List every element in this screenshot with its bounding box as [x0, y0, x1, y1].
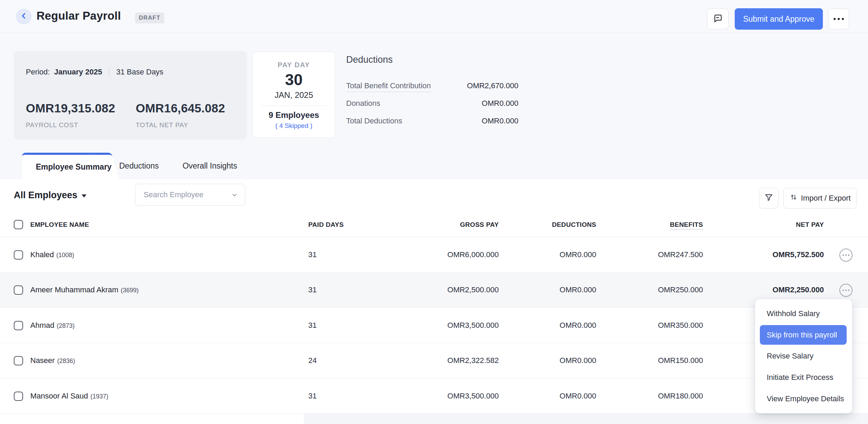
tab-deductions[interactable]: Deductions — [119, 153, 159, 179]
employee-filter-label: All Employees — [14, 190, 78, 200]
total-benefit-contribution-value: OMR2,670.000 — [467, 81, 518, 90]
import-export-button[interactable]: Import / Export — [783, 188, 857, 209]
benefits-header-tooltip-trigger[interactable]: BENEFITS — [670, 221, 703, 230]
benefits-cell: OMR150.000 — [627, 343, 703, 378]
payday-card: PAY DAY 30 JAN, 2025 9 Employees ( 4 Ski… — [252, 52, 335, 138]
employee-id: (2836) — [57, 357, 75, 364]
employee-name: Ameer Muhammad Akram — [30, 285, 118, 294]
benefits-cell: OMR250.000 — [627, 272, 703, 307]
funnel-icon — [764, 193, 774, 204]
table-row[interactable]: Naseer(2836) 24 OMR2,322.582 OMR0.000 OM… — [0, 343, 868, 378]
chevron-down-icon — [231, 192, 238, 200]
deductions-panel-title: Deductions — [346, 54, 518, 65]
submit-and-approve-button[interactable]: Submit and Approve — [735, 8, 823, 30]
row-checkbox[interactable] — [14, 250, 23, 260]
search-employee-select[interactable] — [135, 184, 245, 206]
total-net-pay-value: OMR16,645.082 — [136, 101, 225, 115]
total-deductions-label: Total Deductions — [346, 117, 402, 125]
payday-label: PAY DAY — [253, 61, 335, 69]
gross-pay-cell: OMR6,000.000 — [423, 237, 499, 272]
table-row[interactable]: Ahmad(2873) 31 OMR3,500.000 OMR0.000 OMR… — [0, 308, 868, 343]
row-actions-button[interactable] — [839, 284, 852, 297]
payday-employee-count: 9 Employees — [253, 110, 335, 120]
column-header-benefits: BENEFITS — [627, 212, 703, 237]
paid-days-cell: 24 — [308, 343, 317, 378]
more-actions-button[interactable] — [828, 9, 849, 29]
payroll-cost-label: PAYROLL COST — [26, 121, 115, 129]
column-header-employee-name: EMPLOYEE NAME — [30, 212, 89, 237]
select-all-checkbox[interactable] — [14, 220, 23, 229]
payday-month-year: JAN, 2025 — [253, 90, 335, 100]
net-pay-cell: OMR5,752.500 — [748, 237, 824, 272]
column-header-deductions: DEDUCTIONS — [520, 212, 596, 237]
gross-pay-cell: OMR3,500.000 — [423, 308, 499, 343]
paid-days-cell: 31 — [308, 272, 317, 307]
arrows-up-down-icon — [789, 193, 801, 204]
table-header-row: EMPLOYEE NAME PAID DAYS GROSS PAY DEDUCT… — [0, 212, 868, 237]
row-checkbox[interactable] — [14, 285, 23, 295]
total-deductions-value: OMR0.000 — [482, 117, 518, 125]
base-days: 31 Base Days — [116, 68, 163, 76]
row-checkbox[interactable] — [14, 321, 23, 330]
employee-filter-dropdown[interactable]: All Employees — [14, 190, 86, 201]
menu-item-view-employee-details[interactable]: View Employee Details — [755, 389, 852, 408]
skipped-employees-link[interactable]: ( 4 Skipped ) — [253, 122, 335, 130]
total-benefit-contribution-label[interactable]: Total Benefit Contribution — [346, 81, 431, 92]
employee-name: Khaled — [30, 250, 54, 259]
paid-days-cell: 31 — [308, 378, 317, 413]
gross-pay-cell: OMR2,322.582 — [423, 343, 499, 378]
column-header-gross-pay: GROSS PAY — [423, 212, 499, 237]
deduction-row: Total Deductions OMR0.000 — [346, 112, 518, 129]
row-checkbox[interactable] — [14, 356, 23, 365]
deduction-row: Total Benefit Contribution OMR2,670.000 — [346, 77, 518, 94]
deductions-panel: Deductions Total Benefit Contribution OM… — [346, 54, 518, 65]
status-badge: DRAFT — [135, 12, 164, 23]
back-button[interactable] — [16, 9, 32, 24]
deductions-cell: OMR0.000 — [520, 272, 596, 307]
payroll-page: Regular Payroll DRAFT Submit and Approve… — [0, 0, 868, 424]
menu-item-withhold-salary[interactable]: Withhold Salary — [755, 304, 852, 323]
tab-label: Employee Summary — [36, 155, 112, 179]
comments-button[interactable] — [707, 9, 728, 29]
payroll-cost-value: OMR19,315.082 — [26, 101, 115, 115]
total-net-pay-block: OMR16,645.082 TOTAL NET PAY — [136, 101, 225, 129]
benefits-cell: OMR350.000 — [627, 308, 703, 343]
table-row[interactable]: Ameer Muhammad Akram(3699) 31 OMR2,500.0… — [0, 272, 868, 308]
table-row[interactable]: Mansoor Al Saud(1937) 31 OMR3,500.000 OM… — [0, 378, 868, 414]
menu-item-skip-from-payroll[interactable]: Skip from this payroll — [760, 325, 847, 345]
ellipsis-icon — [833, 18, 845, 20]
divider — [109, 68, 109, 77]
divider — [260, 105, 327, 106]
table-row[interactable]: Khaled(1008) 31 OMR6,000.000 OMR0.000 OM… — [0, 237, 868, 272]
paid-days-cell: 31 — [308, 308, 317, 343]
filter-button[interactable] — [759, 188, 778, 209]
column-header-paid-days: PAID DAYS — [308, 212, 344, 237]
row-context-menu: Withhold Salary Skip from this payroll R… — [755, 299, 852, 413]
menu-item-initiate-exit-process[interactable]: Initiate Exit Process — [755, 368, 852, 387]
employee-name: Naseer — [30, 356, 55, 365]
tab-overall-insights[interactable]: Overall Insights — [183, 153, 237, 179]
employee-id: (2873) — [57, 322, 75, 329]
employee-id: (3699) — [121, 287, 139, 294]
payroll-summary-card: Period: January 202531 Base Days OMR19,3… — [14, 51, 247, 140]
import-export-label: Import / Export — [801, 194, 850, 203]
total-net-pay-label: TOTAL NET PAY — [136, 121, 225, 129]
deduction-row: Donations OMR0.000 — [346, 94, 518, 112]
tab-employee-summary[interactable]: Employee Summary — [22, 153, 109, 179]
search-employee-input[interactable] — [144, 184, 223, 205]
deductions-cell: OMR0.000 — [520, 308, 596, 343]
row-actions-button[interactable] — [839, 249, 852, 262]
menu-item-revise-salary[interactable]: Revise Salary — [755, 346, 852, 366]
period-line: Period: January 202531 Base Days — [26, 68, 163, 77]
employee-id: (1937) — [91, 393, 108, 400]
gross-pay-cell: OMR3,500.000 — [423, 378, 499, 413]
row-checkbox[interactable] — [14, 392, 23, 401]
page-title: Regular Payroll — [37, 9, 121, 22]
donations-value: OMR0.000 — [482, 99, 518, 108]
deductions-cell: OMR0.000 — [520, 378, 596, 413]
employee-name: Mansoor Al Saud — [30, 392, 88, 400]
benefits-cell: OMR247.500 — [627, 237, 703, 272]
donations-label: Donations — [346, 99, 380, 108]
employee-id: (1008) — [56, 252, 74, 259]
gross-pay-cell: OMR2,500.000 — [423, 272, 499, 307]
